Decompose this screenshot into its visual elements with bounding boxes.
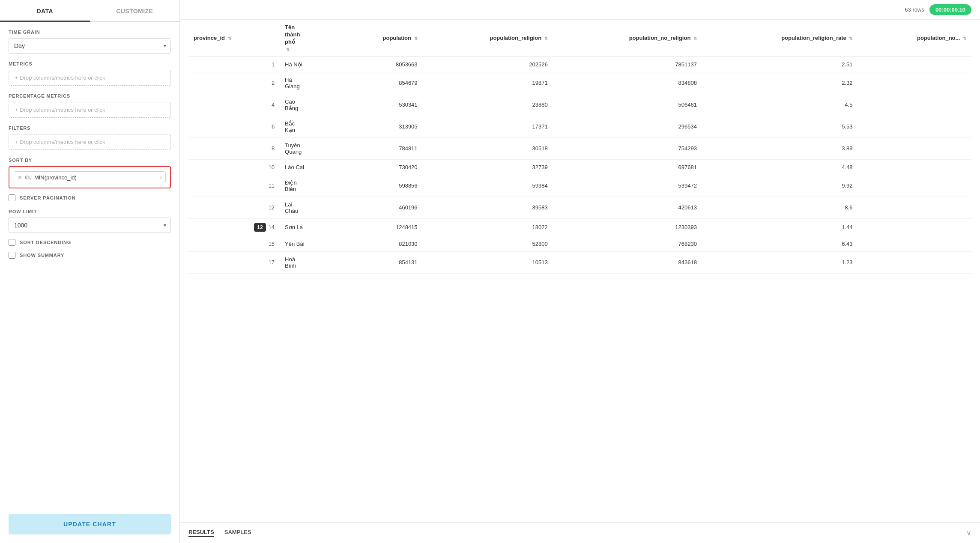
col-population-no[interactable]: population_no... ⇅ — [858, 20, 971, 57]
sort-tag-left: ✕ f(x) MIN(province_id) — [18, 174, 77, 181]
table-row: 15Yên Bái821030528007682306.43 — [188, 236, 971, 251]
col-population[interactable]: population ⇅ — [337, 20, 423, 57]
cell-population-no — [858, 218, 971, 236]
cell-population_religion_rate: 6.43 — [702, 236, 858, 251]
collapse-icon[interactable]: ∨ — [966, 529, 971, 537]
cell-population_religion: 17371 — [423, 116, 553, 137]
cell-population_religion_rate: 9.92 — [702, 175, 858, 197]
tab-results[interactable]: RESULTS — [188, 529, 214, 537]
cell-population-no — [858, 137, 971, 159]
row-limit-label: ROW LIMIT — [9, 209, 171, 214]
percentage-metrics-drop-zone[interactable]: + Drop columns/metrics here or click — [9, 102, 171, 118]
cell-population-no — [858, 175, 971, 197]
sort-icon-4: ⇅ — [544, 36, 548, 41]
table-row: 12LaiChâu460196395834206138.6 — [188, 197, 971, 218]
cell-ten-thanh-pho: LaiChâu — [280, 197, 337, 218]
table-container: province_id ⇅ Tên thành phố ⇅ population… — [180, 20, 980, 522]
left-panel: DATA CUSTOMIZE TIME GRAIN Day Week Month… — [0, 0, 180, 543]
cell-population: 460196 — [337, 197, 423, 218]
tab-samples[interactable]: SAMPLES — [224, 529, 251, 537]
row-limit-select[interactable]: 10 50 100 500 1000 5000 — [9, 218, 170, 233]
chevron-right-icon[interactable]: › — [160, 174, 162, 181]
cell-population: 730420 — [337, 159, 423, 175]
cell-population-no — [858, 159, 971, 175]
cell-population-no — [858, 72, 971, 94]
cell-province-id: 1 — [188, 57, 280, 72]
cell-population_no_religion: 506461 — [553, 94, 702, 116]
cell-population: 784811 — [337, 137, 423, 159]
cell-province-id: 1214 — [188, 218, 280, 236]
bottom-tabs: RESULTS SAMPLES — [188, 529, 251, 537]
cell-population_no_religion: 843618 — [553, 251, 702, 273]
show-summary-checkbox[interactable] — [9, 252, 15, 259]
table-row: 8TuyênQuang784811305187542933.89 — [188, 137, 971, 159]
cell-ten-thanh-pho: Hà Nội — [280, 57, 337, 72]
cell-population-no — [858, 116, 971, 137]
sort-icon-5: ⇅ — [693, 36, 697, 41]
server-pagination-checkbox[interactable] — [9, 194, 15, 201]
cell-population_religion: 32739 — [423, 159, 553, 175]
sort-icon-2: ⇅ — [286, 47, 290, 52]
sort-descending-label[interactable]: SORT DESCENDING — [20, 240, 71, 245]
metrics-drop-zone[interactable]: + Drop columns/metrics here or click — [9, 70, 171, 86]
col-population-religion[interactable]: population_religion ⇅ — [423, 20, 553, 57]
time-grain-select-wrapper[interactable]: Day Week Month Quarter Year ▾ — [9, 38, 171, 54]
update-chart-button[interactable]: UPDATE CHART — [9, 514, 171, 534]
data-table: province_id ⇅ Tên thành phố ⇅ population… — [188, 20, 971, 274]
cell-province-id: 12 — [188, 197, 280, 218]
sort-icon-7: ⇅ — [963, 36, 966, 41]
cell-population_no_religion: 754293 — [553, 137, 702, 159]
col-header-multi: Tên thành phố — [285, 24, 332, 46]
tab-bar: DATA CUSTOMIZE — [0, 0, 179, 22]
cell-population_no_religion: 7851137 — [553, 57, 702, 72]
col-population-no-religion[interactable]: population_no_religion ⇅ — [553, 20, 702, 57]
cell-population_religion_rate: 1.44 — [702, 218, 858, 236]
sort-icon-6: ⇅ — [849, 36, 852, 41]
sort-descending-checkbox[interactable] — [9, 239, 15, 246]
cell-population-no — [858, 94, 971, 116]
percentage-metrics-label: PERCENTAGE METRICS — [9, 93, 171, 98]
cell-population_no_religion: 834808 — [553, 72, 702, 94]
table-row: 4CaoBằng530341238805064614.5 — [188, 94, 971, 116]
col-ten-thanh-pho[interactable]: Tên thành phố ⇅ — [280, 20, 337, 57]
cell-population_religion: 52800 — [423, 236, 553, 251]
cell-population: 1248415 — [337, 218, 423, 236]
time-grain-select[interactable]: Day Week Month Quarter Year — [9, 39, 170, 53]
tab-customize[interactable]: CUSTOMIZE — [90, 0, 180, 21]
show-summary-label[interactable]: SHOW SUMMARY — [20, 253, 64, 258]
filters-drop-zone[interactable]: + Drop columns/metrics here or click — [9, 134, 171, 150]
cell-population_religion_rate: 2.51 — [702, 57, 858, 72]
cell-province-id: 15 — [188, 236, 280, 251]
cell-population-no — [858, 236, 971, 251]
cell-ten-thanh-pho: BắcKạn — [280, 116, 337, 137]
cell-population_no_religion: 768230 — [553, 236, 702, 251]
table-row: 11ĐiệnBiên598856593845394729.92 — [188, 175, 971, 197]
col-population-religion-rate[interactable]: population_religion_rate ⇅ — [702, 20, 858, 57]
row-highlight-badge: 12 — [254, 223, 266, 232]
cell-province-id: 17 — [188, 251, 280, 273]
row-limit-select-wrapper[interactable]: 10 50 100 500 1000 5000 ▾ — [9, 218, 171, 233]
cell-population_religion_rate: 4.48 — [702, 159, 858, 175]
sort-remove-button[interactable]: ✕ — [18, 174, 22, 181]
sort-tag: ✕ f(x) MIN(province_id) › — [14, 171, 166, 183]
metrics-label: METRICS — [9, 61, 171, 66]
tab-data[interactable]: DATA — [0, 0, 90, 22]
cell-ten-thanh-pho: CaoBằng — [280, 94, 337, 116]
cell-population: 854679 — [337, 72, 423, 94]
sort-icon: ⇅ — [228, 36, 231, 41]
sort-descending-row: SORT DESCENDING — [9, 239, 171, 246]
cell-province-id: 6 — [188, 116, 280, 137]
server-pagination-label[interactable]: SERVER PAGINATION — [20, 195, 75, 200]
cell-population-no — [858, 251, 971, 273]
cell-population_no_religion: 420613 — [553, 197, 702, 218]
sort-by-box: ✕ f(x) MIN(province_id) › — [9, 166, 171, 188]
show-summary-row: SHOW SUMMARY — [9, 252, 171, 259]
cell-population_no_religion: 1230393 — [553, 218, 702, 236]
cell-population: 598856 — [337, 175, 423, 197]
cell-population_religion_rate: 3.89 — [702, 137, 858, 159]
rows-count-badge: 63 rows — [905, 6, 924, 13]
cell-province-id: 8 — [188, 137, 280, 159]
col-province-id[interactable]: province_id ⇅ — [188, 20, 280, 57]
cell-population_religion: 10513 — [423, 251, 553, 273]
right-panel: 63 rows 00:00:00.10 province_id ⇅ Tên th… — [180, 0, 980, 543]
